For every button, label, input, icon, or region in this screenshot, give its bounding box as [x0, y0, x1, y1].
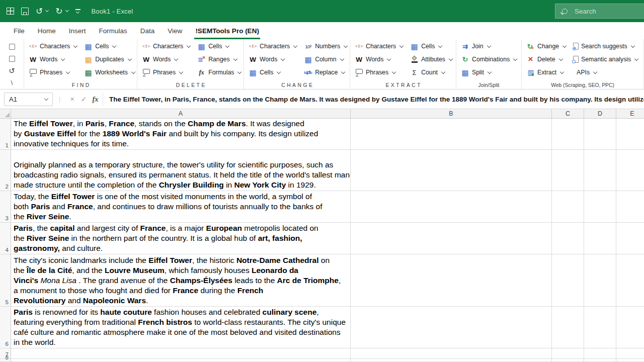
change-numbers-button[interactable]: Numbers — [304, 40, 347, 53]
extract-characters-button[interactable]: !Characters — [355, 40, 403, 53]
insert-function-button[interactable]: fx — [90, 93, 101, 105]
cell-E1[interactable] — [616, 119, 644, 150]
delete-phrases-button[interactable]: Phrases — [142, 66, 190, 79]
row-header-3[interactable]: 3 — [0, 191, 11, 223]
column-header-e[interactable]: E — [616, 109, 644, 119]
row-header-5[interactable]: 5 — [0, 254, 11, 307]
cell-A6[interactable]: Paris is renowned for its haute couture … — [11, 307, 351, 348]
cell-E4[interactable] — [616, 223, 644, 254]
formula-input[interactable]: The Eiffel Tower, in Paris, France, stan… — [106, 96, 644, 103]
cell-D5[interactable] — [584, 254, 616, 307]
row-header-1[interactable]: 1 — [0, 119, 11, 150]
column-header-b[interactable]: B — [351, 109, 552, 119]
cell-D6[interactable] — [584, 307, 616, 348]
cell-C2[interactable] — [552, 150, 584, 191]
extract-attibutes-button[interactable]: Attibutes — [410, 53, 452, 66]
checkbox-button-2[interactable] — [9, 54, 15, 63]
web-scraping-seo-ppc-change-button[interactable]: Change — [526, 40, 566, 53]
tab-data[interactable]: Data — [134, 22, 162, 39]
name-box[interactable]: A1 — [4, 93, 53, 106]
tab-file[interactable]: File — [7, 22, 31, 39]
join-split-split-button[interactable]: Split — [461, 66, 517, 79]
cell-D7[interactable] — [584, 348, 616, 359]
row-header-2[interactable]: 2 — [0, 150, 11, 191]
cell-B6[interactable] — [351, 307, 552, 348]
checkbox-button-1[interactable] — [9, 42, 15, 51]
tab-semtools-pro-en[interactable]: !SEMTools Pro (EN) — [189, 22, 266, 39]
select-all-button[interactable] — [0, 109, 11, 119]
row-header-8[interactable]: 8 — [0, 359, 11, 362]
customize-quick-access-button[interactable] — [75, 9, 80, 13]
find-duplicates-button[interactable]: Duplicates — [84, 53, 135, 66]
cell-B7[interactable] — [351, 348, 552, 359]
cell-B8[interactable] — [351, 359, 552, 362]
save-button[interactable] — [21, 8, 29, 15]
cell-E2[interactable] — [616, 150, 644, 191]
enter-button[interactable]: ✓ — [78, 93, 90, 105]
cell-D2[interactable] — [584, 150, 616, 191]
extract-phrases-button[interactable]: Phrases — [355, 66, 403, 79]
formula-bar-handle[interactable]: ⋮ — [56, 96, 63, 103]
tab-formulas[interactable]: Formulas — [93, 22, 134, 39]
change-words-button[interactable]: WWords — [249, 53, 297, 66]
web-scraping-seo-ppc-semantic-analysis-button[interactable]: Semantic analysis — [573, 53, 638, 66]
cell-A5[interactable]: The city's iconic landmarks include the … — [11, 254, 351, 307]
cell-E8[interactable] — [616, 359, 644, 362]
cell-B4[interactable] — [351, 223, 552, 254]
row-header-4[interactable]: 4 — [0, 223, 11, 254]
extract-count-button[interactable]: Count — [410, 66, 452, 79]
column-header-c[interactable]: C — [552, 109, 584, 119]
cell-C8[interactable] — [552, 359, 584, 362]
cell-A8[interactable] — [11, 359, 351, 362]
cell-C6[interactable] — [552, 307, 584, 348]
delete-words-button[interactable]: WWords — [142, 53, 190, 66]
cell-A4[interactable]: Paris, the capital and largest city of F… — [11, 223, 351, 254]
find-phrases-button[interactable]: Phrases — [29, 66, 77, 79]
web-scraping-seo-ppc-extract-button[interactable]: Extract — [526, 66, 566, 79]
extract-words-button[interactable]: WWords — [355, 53, 403, 66]
cell-D1[interactable] — [584, 119, 616, 150]
delete-characters-button[interactable]: !Characters — [142, 40, 190, 53]
delete-formulas-button[interactable]: Formulas — [197, 66, 241, 79]
backslash-button[interactable] — [8, 78, 16, 87]
find-words-button[interactable]: WWords — [29, 53, 77, 66]
tab-home[interactable]: Home — [31, 22, 62, 39]
cell-C7[interactable] — [552, 348, 584, 359]
cell-D4[interactable] — [584, 223, 616, 254]
cell-D8[interactable] — [584, 359, 616, 362]
cell-A7[interactable] — [11, 348, 351, 359]
column-header-d[interactable]: D — [584, 109, 616, 119]
delete-ranges-button[interactable]: Ranges — [197, 53, 241, 66]
cell-D3[interactable] — [584, 191, 616, 223]
find-characters-button[interactable]: !Characters — [29, 40, 77, 53]
cell-A1[interactable]: The Eiffel Tower, in Paris, France, stan… — [11, 119, 351, 150]
change-cells-button[interactable]: Cells — [249, 66, 297, 79]
undo-button[interactable]: ↺ — [36, 7, 48, 16]
web-scraping-seo-ppc-apis-button[interactable]: APIs — [573, 66, 638, 79]
tab-view[interactable]: View — [161, 22, 189, 39]
change-column-button[interactable]: Column — [304, 53, 347, 66]
find-cells-button[interactable]: Cells — [84, 40, 135, 53]
extract-cells-button[interactable]: Cells — [410, 40, 452, 53]
web-scraping-seo-ppc-search-suggests-button[interactable]: Search suggests — [573, 40, 638, 53]
excel-logo-icon[interactable] — [7, 8, 14, 15]
cell-E5[interactable] — [616, 254, 644, 307]
cell-C5[interactable] — [552, 254, 584, 307]
cell-C1[interactable] — [552, 119, 584, 150]
join-split-join-button[interactable]: Join — [461, 40, 517, 53]
cell-A3[interactable]: Today, the Eiffel Tower is one of the mo… — [11, 191, 351, 223]
column-header-a[interactable]: A — [11, 109, 351, 119]
cell-A2[interactable]: Originally planned as a temporary struct… — [11, 150, 351, 191]
cell-B5[interactable] — [351, 254, 552, 307]
cell-B2[interactable] — [351, 150, 552, 191]
redo-button[interactable]: ↻ — [55, 7, 68, 16]
web-scraping-seo-ppc-delete-button[interactable]: Delete — [526, 53, 566, 66]
change-replace-button[interactable]: ⇄Replace — [304, 66, 347, 79]
join-split-combinations-button[interactable]: Combinations — [461, 53, 517, 66]
cell-B1[interactable] — [351, 119, 552, 150]
search-input[interactable] — [574, 7, 644, 16]
undo-text-button[interactable] — [8, 66, 16, 75]
row-header-6[interactable]: 6 — [0, 307, 11, 348]
search-box[interactable] — [555, 4, 644, 19]
cell-C3[interactable] — [552, 191, 584, 223]
